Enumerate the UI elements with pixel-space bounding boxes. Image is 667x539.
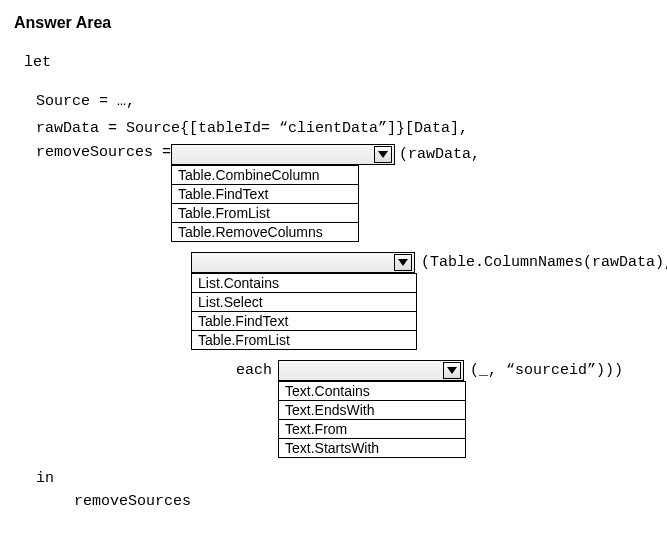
dropdown-2-option[interactable]: Table.FindText — [192, 311, 416, 330]
dropdown-1-option[interactable]: Table.FindText — [172, 184, 358, 203]
removesources-prefix: removeSources = — [36, 144, 171, 161]
chevron-down-icon — [378, 151, 388, 158]
in-keyword: in — [36, 470, 653, 487]
removesources-row: removeSources = Table.CombineColumn Tabl… — [36, 144, 653, 242]
dropdown-1-option[interactable]: Table.RemoveColumns — [172, 222, 358, 241]
chevron-down-icon — [447, 367, 457, 374]
after-dropdown-3: (_, “sourceid”))) — [470, 360, 623, 381]
dropdown-2-option[interactable]: List.Contains — [192, 273, 416, 292]
each-row: each Text.Contains Text.EndsWith Text.Fr… — [236, 360, 653, 458]
dropdown-1-option[interactable]: Table.FromList — [172, 203, 358, 222]
after-dropdown-2: (Table.ColumnNames(rawData), — [421, 252, 667, 273]
after-dropdown-1: (rawData, — [399, 144, 480, 165]
dropdown-1[interactable]: Table.CombineColumn Table.FindText Table… — [171, 144, 395, 242]
source-line: Source = …, — [36, 91, 653, 114]
dropdown-3-option[interactable]: Text.StartsWith — [279, 438, 465, 457]
dropdown-3-list: Text.Contains Text.EndsWith Text.From Te… — [278, 381, 466, 458]
dropdown-2-option[interactable]: List.Select — [192, 292, 416, 311]
svg-marker-1 — [398, 259, 408, 266]
answer-area-title: Answer Area — [14, 14, 653, 32]
dropdown-1-option[interactable]: Table.CombineColumn — [172, 165, 358, 184]
dropdown-3-option[interactable]: Text.EndsWith — [279, 400, 465, 419]
each-keyword: each — [236, 360, 272, 381]
dropdown-3-option[interactable]: Text.Contains — [279, 381, 465, 400]
svg-marker-0 — [378, 151, 388, 158]
dropdown-3[interactable]: Text.Contains Text.EndsWith Text.From Te… — [278, 360, 466, 458]
rawdata-line: rawData = Source{[tableId= “clientData”]… — [36, 118, 653, 141]
dropdown-2-toggle[interactable] — [394, 254, 412, 271]
dropdown-2-head[interactable] — [191, 252, 415, 273]
let-keyword: let — [24, 54, 653, 71]
columnnames-row: List.Contains List.Select Table.FindText… — [191, 252, 653, 350]
dropdown-1-head[interactable] — [171, 144, 395, 165]
dropdown-1-list: Table.CombineColumn Table.FindText Table… — [171, 165, 359, 242]
dropdown-1-toggle[interactable] — [374, 146, 392, 163]
dropdown-2-list: List.Contains List.Select Table.FindText… — [191, 273, 417, 350]
dropdown-2[interactable]: List.Contains List.Select Table.FindText… — [191, 252, 417, 350]
dropdown-2-option[interactable]: Table.FromList — [192, 330, 416, 349]
chevron-down-icon — [398, 259, 408, 266]
dropdown-3-option[interactable]: Text.From — [279, 419, 465, 438]
return-expr: removeSources — [74, 493, 653, 510]
svg-marker-2 — [447, 367, 457, 374]
dropdown-3-toggle[interactable] — [443, 362, 461, 379]
dropdown-3-head[interactable] — [278, 360, 464, 381]
